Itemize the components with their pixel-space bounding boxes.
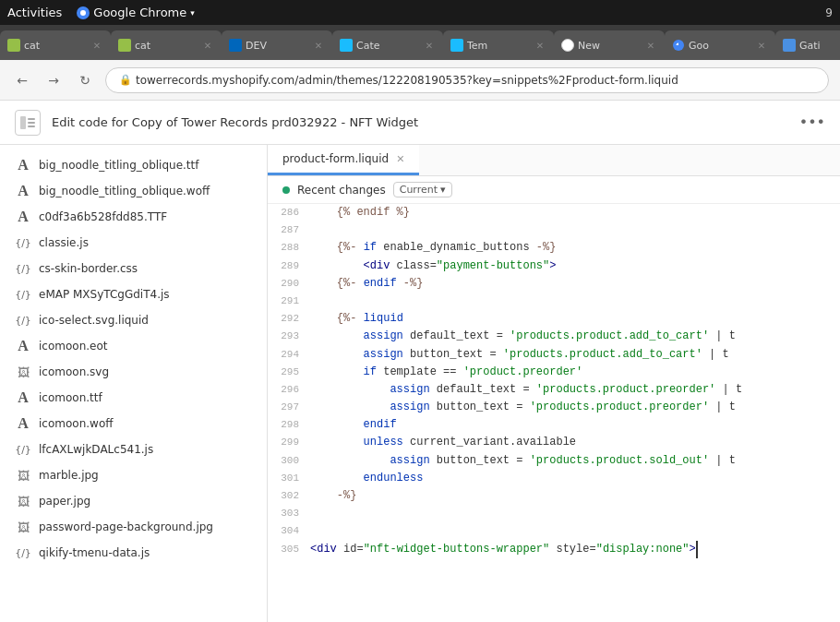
recent-changes-bar: Recent changes Current ▾	[268, 176, 840, 204]
tab-gati[interactable]: Gati ✕	[775, 30, 840, 60]
dev-favicon-icon	[229, 39, 242, 52]
tab-cat2-close-icon[interactable]: ✕	[201, 39, 214, 52]
file-name: paper.jpg	[39, 495, 90, 508]
list-item[interactable]: A big_noodle_titling_oblique.woff	[0, 178, 267, 204]
line-content: <div id="nft-widget-buttons-wrapper" sty…	[310, 541, 840, 558]
tab-new-close-icon[interactable]: ✕	[644, 39, 657, 52]
list-item[interactable]: {/} cs-skin-border.css	[0, 256, 267, 281]
file-name: password-page-background.jpg	[39, 520, 213, 533]
line-content	[310, 522, 840, 540]
url-text: towerrecords.myshopify.com/admin/themes/…	[136, 74, 678, 87]
line-number: 294	[268, 347, 310, 364]
tab-dev-close-icon[interactable]: ✕	[312, 39, 325, 52]
shopify-favicon-icon	[7, 39, 20, 52]
code-line-286: 286 {% endif %}	[268, 204, 840, 221]
code-file-icon: {/}	[15, 544, 31, 561]
code-area[interactable]: 286 {% endif %} 287 288 {%- if enable_dy…	[268, 204, 840, 622]
code-line-303: 303	[268, 505, 840, 522]
tab-tem-close-icon[interactable]: ✕	[534, 39, 546, 52]
shopify-favicon2-icon	[118, 39, 131, 52]
list-item[interactable]: A big_noodle_titling_oblique.ttf	[0, 152, 267, 178]
code-line-294: 294 assign button_text = 'products.produ…	[268, 346, 840, 364]
file-name: eMAP MXSyTCgGdiT4.js	[39, 288, 170, 301]
list-item[interactable]: A icomoon.ttf	[0, 385, 267, 411]
line-number: 290	[268, 276, 310, 293]
code-line-292: 292 {%- liquid	[268, 310, 840, 328]
system-bar-left: Activities Google Chrome ▾	[7, 6, 195, 19]
code-file-icon: {/}	[15, 260, 31, 277]
line-number: 298	[268, 417, 310, 434]
list-item[interactable]: {/} ico-select.svg.liquid	[0, 307, 267, 333]
tab-cat1-close-icon[interactable]: ✕	[90, 39, 103, 52]
list-item[interactable]: 🖼 marble.jpg	[0, 462, 267, 488]
tab-tem-label: Tem	[467, 40, 530, 52]
code-line-289: 289 <div class="payment-buttons">	[268, 257, 840, 275]
list-item[interactable]: 🖼 icomoon.svg	[0, 359, 267, 385]
more-options-button[interactable]: •••	[799, 114, 825, 131]
editor-tab-product-form[interactable]: product-form.liquid ✕	[268, 145, 419, 175]
line-content: {% endif %}	[310, 204, 840, 221]
tab-cat1[interactable]: cat ✕	[0, 30, 111, 60]
list-item[interactable]: {/} lfcAXLwjkDALc541.js	[0, 437, 267, 462]
line-number: 292	[268, 311, 310, 328]
image-file-icon: 🖼	[15, 493, 31, 509]
sidebar-toggle-button[interactable]	[15, 110, 41, 136]
line-content: {%- liquid	[310, 310, 840, 328]
list-item[interactable]: A icomoon.eot	[0, 333, 267, 359]
figma2-favicon-icon	[450, 39, 463, 52]
font-file-icon: A	[15, 209, 31, 225]
code-line-304: 304	[268, 522, 840, 540]
line-number: 299	[268, 435, 310, 451]
line-number: 301	[268, 471, 310, 487]
file-name: icomoon.svg	[39, 365, 109, 378]
line-number: 291	[268, 293, 310, 310]
file-name: icomoon.woff	[39, 417, 114, 430]
line-number: 295	[268, 365, 310, 381]
line-content	[310, 293, 840, 310]
list-item[interactable]: 🖼 password-page-background.jpg	[0, 514, 267, 540]
activities-label[interactable]: Activities	[7, 6, 62, 19]
main-layout: A big_noodle_titling_oblique.ttf A big_n…	[0, 145, 840, 622]
line-content	[310, 221, 840, 239]
tab-cat2[interactable]: cat ✕	[111, 30, 222, 60]
address-input[interactable]: 🔒 towerrecords.myshopify.com/admin/theme…	[105, 67, 829, 93]
list-item[interactable]: 🖼 paper.jpg	[0, 488, 267, 514]
file-name: big_noodle_titling_oblique.ttf	[39, 159, 199, 172]
tab-gati-label: Gati	[799, 40, 840, 52]
tab-cate-close-icon[interactable]: ✕	[423, 39, 436, 52]
list-item[interactable]: {/} eMAP MXSyTCgGdiT4.js	[0, 281, 267, 307]
back-button[interactable]: ←	[11, 69, 33, 91]
list-item[interactable]: A icomoon.woff	[0, 411, 267, 437]
tab-new[interactable]: New ✕	[554, 30, 665, 60]
tab-goo[interactable]: Goo ✕	[665, 30, 775, 60]
tab-goo-label: Goo	[689, 40, 751, 52]
list-item[interactable]: A c0df3a6b528fdd85.TTF	[0, 204, 267, 230]
gati-favicon-icon	[783, 39, 796, 52]
editor-header: Edit code for Copy of Tower Records prd0…	[0, 101, 840, 145]
font-file-icon: A	[15, 183, 31, 199]
current-version-button[interactable]: Current ▾	[393, 182, 452, 197]
code-file-icon: {/}	[15, 286, 31, 303]
line-number: 289	[268, 258, 310, 275]
reload-button[interactable]: ↻	[74, 69, 96, 91]
tab-goo-close-icon[interactable]: ✕	[755, 39, 768, 52]
figma-favicon-icon	[340, 39, 353, 52]
tab-cate[interactable]: Cate ✕	[332, 30, 443, 60]
tab-tem[interactable]: Tem ✕	[443, 30, 554, 60]
list-item[interactable]: {/} qikify-tmenu-data.js	[0, 540, 267, 566]
forward-button[interactable]: →	[42, 69, 65, 91]
system-bar: Activities Google Chrome ▾ 9	[0, 0, 840, 25]
chrome-icon: Google Chrome ▾	[77, 6, 195, 19]
editor-tab-close-icon[interactable]: ✕	[396, 153, 404, 165]
file-sidebar: A big_noodle_titling_oblique.ttf A big_n…	[0, 145, 268, 622]
image-file-icon: 🖼	[15, 364, 31, 380]
tab-dev[interactable]: DEV ✕	[222, 30, 332, 60]
lock-icon: 🔒	[119, 74, 132, 86]
code-line-288: 288 {%- if enable_dynamic_buttons -%}	[268, 239, 840, 257]
list-item[interactable]: {/} classie.js	[0, 230, 267, 256]
app-name-label: Google Chrome	[93, 6, 186, 19]
line-content: unless current_variant.available	[310, 434, 840, 451]
code-file-icon: {/}	[15, 441, 31, 458]
code-line-305: 305 <div id="nft-widget-buttons-wrapper"…	[268, 541, 840, 558]
code-line-301: 301 endunless	[268, 470, 840, 487]
